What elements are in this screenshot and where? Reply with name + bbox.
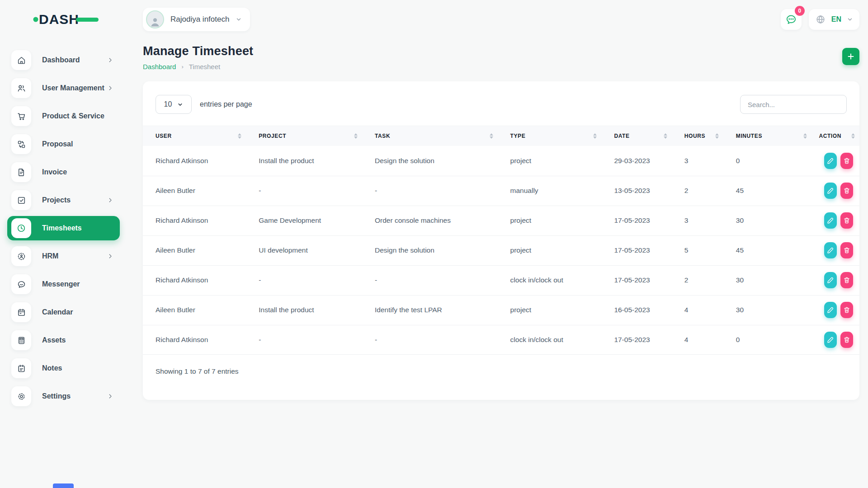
delete-button[interactable] <box>840 183 853 199</box>
sidebar-item-proposal[interactable]: Proposal <box>7 132 120 156</box>
chevron-down-icon <box>847 16 853 23</box>
trash-icon <box>843 157 851 165</box>
sidebar-item-timesheets[interactable]: Timesheets <box>7 216 120 240</box>
edit-button[interactable] <box>824 153 837 169</box>
sidebar-item-dashboard[interactable]: Dashboard <box>7 48 120 72</box>
cell-action <box>811 176 859 206</box>
edit-button[interactable] <box>824 302 837 318</box>
globe-icon <box>815 14 826 25</box>
column-header-date[interactable]: DATE <box>601 126 671 146</box>
messages-badge: 0 <box>795 6 805 16</box>
cell-user: Richard Atkinson <box>143 206 246 235</box>
cell-date: 16-05-2023 <box>601 295 671 325</box>
cell-minutes: 0 <box>723 325 811 355</box>
column-header-project[interactable]: PROJECT <box>246 126 362 146</box>
trash-icon <box>843 187 851 195</box>
delete-button[interactable] <box>840 332 853 348</box>
cell-user: Richard Atkinson <box>143 325 246 355</box>
delete-button[interactable] <box>840 153 853 169</box>
sort-icon[interactable] <box>490 133 493 139</box>
cell-project: Install the product <box>246 295 362 325</box>
delete-button[interactable] <box>840 302 853 318</box>
sidebar-item-product-service[interactable]: Product & Service <box>7 104 120 128</box>
search-input[interactable] <box>740 95 847 114</box>
edit-button[interactable] <box>824 183 837 199</box>
calculator-icon <box>11 330 31 350</box>
chat-bubble-icon <box>11 274 31 294</box>
edit-button[interactable] <box>824 272 837 288</box>
delete-button[interactable] <box>840 272 853 288</box>
hrm-icon <box>11 246 31 266</box>
trash-icon <box>843 246 851 254</box>
cell-minutes: 30 <box>723 295 811 325</box>
sidebar-item-notes[interactable]: Notes <box>7 356 120 380</box>
sort-icon[interactable] <box>715 133 719 139</box>
column-header-type[interactable]: TYPE <box>498 126 602 146</box>
sidebar-item-projects[interactable]: Projects <box>7 188 120 212</box>
sidebar-item-label: Assets <box>42 336 113 344</box>
delete-button[interactable] <box>840 242 853 258</box>
sort-icon[interactable] <box>238 133 241 139</box>
timesheet-table: USERPROJECTTASKTYPEDATEHOURSMINUTESACTIO… <box>143 126 859 355</box>
sidebar-nav: DashboardUser ManagementProduct & Servic… <box>0 48 129 408</box>
delete-button[interactable] <box>840 212 853 229</box>
edit-button[interactable] <box>824 212 837 229</box>
language-code: EN <box>831 15 841 23</box>
chevron-right-icon <box>107 253 113 259</box>
cell-minutes: 45 <box>723 235 811 265</box>
sidebar-item-label: Settings <box>42 392 107 400</box>
breadcrumb-dashboard[interactable]: Dashboard <box>143 63 176 70</box>
entries-per-page-select[interactable]: 10 <box>156 95 192 114</box>
svg-text:DASH: DASH <box>39 12 79 27</box>
cell-date: 17-05-2023 <box>601 206 671 235</box>
table-row: Richard AtkinsonInstall the productDesig… <box>143 146 859 176</box>
sidebar-item-label: Proposal <box>42 140 113 148</box>
cell-project: - <box>246 176 362 206</box>
cell-task: - <box>362 325 498 355</box>
edit-button[interactable] <box>824 242 837 258</box>
cell-type: project <box>498 295 602 325</box>
table-header: USERPROJECTTASKTYPEDATEHOURSMINUTESACTIO… <box>143 126 859 146</box>
proposal-icon <box>11 134 31 154</box>
column-header-hours[interactable]: HOURS <box>672 126 723 146</box>
cell-date: 17-05-2023 <box>601 235 671 265</box>
company-selector[interactable]: Rajodiya infotech <box>143 8 250 31</box>
sidebar-item-label: Dashboard <box>42 56 107 64</box>
sidebar-item-assets[interactable]: Assets <box>7 328 120 352</box>
main-area: Rajodiya infotech 0 <box>129 0 868 488</box>
pencil-icon <box>826 306 835 314</box>
sort-icon[interactable] <box>354 133 358 139</box>
sidebar-item-label: Calendar <box>42 308 113 316</box>
sort-icon[interactable] <box>664 133 667 139</box>
edit-button[interactable] <box>824 332 837 348</box>
messages-button[interactable]: 0 <box>781 9 802 30</box>
column-header-action[interactable]: ACTION <box>811 126 859 146</box>
table-wrap: USERPROJECTTASKTYPEDATEHOURSMINUTESACTIO… <box>143 126 859 355</box>
sort-icon[interactable] <box>851 133 855 139</box>
sidebar-item-hrm[interactable]: HRM <box>7 244 120 268</box>
cell-task: Design the solution <box>362 146 498 176</box>
cell-hours: 4 <box>672 295 723 325</box>
sort-icon[interactable] <box>593 133 597 139</box>
cell-action <box>811 295 859 325</box>
trash-icon <box>843 216 851 225</box>
cell-minutes: 30 <box>723 265 811 295</box>
cell-user: Richard Atkinson <box>143 146 246 176</box>
check-square-icon <box>11 190 31 210</box>
language-selector[interactable]: EN <box>809 9 859 30</box>
column-header-minutes[interactable]: MINUTES <box>723 126 811 146</box>
sidebar-item-messenger[interactable]: Messenger <box>7 272 120 296</box>
calendar-icon <box>11 302 31 322</box>
sidebar-item-calendar[interactable]: Calendar <box>7 300 120 324</box>
column-header-task[interactable]: TASK <box>362 126 498 146</box>
column-header-user[interactable]: USER <box>143 126 246 146</box>
trash-icon <box>843 336 851 344</box>
add-timesheet-button[interactable] <box>842 48 859 65</box>
sidebar-item-user-management[interactable]: User Management <box>7 76 120 100</box>
sidebar-item-settings[interactable]: Settings <box>7 384 120 408</box>
sidebar-item-invoice[interactable]: Invoice <box>7 160 120 184</box>
sort-icon[interactable] <box>803 133 807 139</box>
timesheet-card: 10 entries per page USERP <box>143 81 859 400</box>
cell-action <box>811 206 859 235</box>
table-footer-text: Showing 1 to 7 of 7 entries <box>143 354 859 375</box>
